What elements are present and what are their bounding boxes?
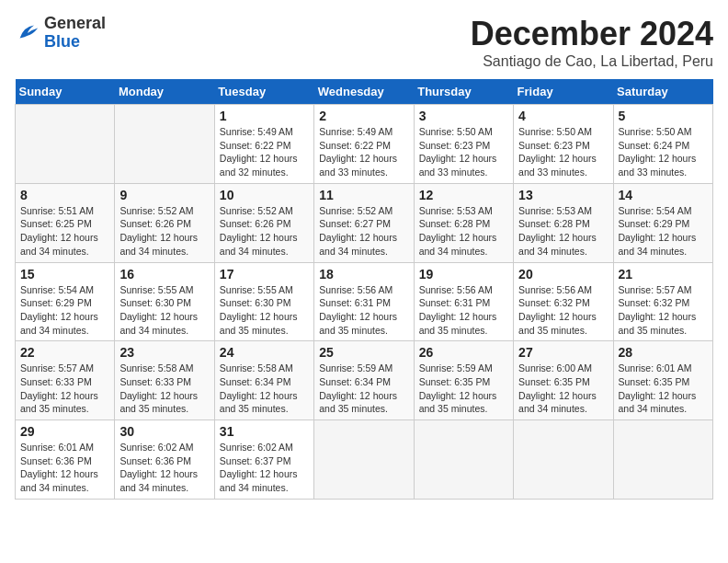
day-info: Sunrise: 5:50 AMSunset: 6:23 PMDaylight:…	[518, 126, 597, 178]
calendar-day-cell	[16, 105, 115, 184]
day-info: Sunrise: 6:02 AMSunset: 6:36 PMDaylight:…	[119, 442, 198, 493]
calendar-day-cell	[115, 105, 214, 184]
day-number: 16	[119, 267, 209, 282]
day-number: 18	[319, 267, 408, 282]
day-info: Sunrise: 5:49 AMSunset: 6:22 PMDaylight:…	[319, 126, 397, 178]
calendar-day-cell: 21 Sunrise: 5:57 AMSunset: 6:32 PMDaylig…	[613, 262, 712, 341]
day-number: 3	[419, 109, 508, 123]
day-number: 1	[220, 109, 309, 123]
calendar-week-row: 29 Sunrise: 6:01 AMSunset: 6:36 PMDaylig…	[16, 420, 713, 500]
calendar-day-cell: 29 Sunrise: 6:01 AMSunset: 6:36 PMDaylig…	[16, 420, 115, 500]
day-number: 2	[319, 109, 408, 123]
day-number: 25	[319, 345, 408, 360]
calendar-day-cell: 14 Sunrise: 5:54 AMSunset: 6:29 PMDaylig…	[613, 183, 712, 262]
calendar-day-cell: 13 Sunrise: 5:53 AMSunset: 6:28 PMDaylig…	[514, 183, 613, 262]
day-number: 11	[319, 188, 408, 202]
calendar-day-cell: 25 Sunrise: 5:59 AMSunset: 6:34 PMDaylig…	[314, 341, 414, 420]
day-info: Sunrise: 6:00 AMSunset: 6:35 PMDaylight:…	[518, 362, 597, 414]
day-info: Sunrise: 5:51 AMSunset: 6:25 PMDaylight:…	[20, 205, 98, 257]
calendar-day-cell: 26 Sunrise: 5:59 AMSunset: 6:35 PMDaylig…	[414, 341, 513, 420]
day-info: Sunrise: 5:58 AMSunset: 6:34 PMDaylight:…	[220, 362, 298, 414]
day-number: 23	[119, 345, 209, 360]
day-number: 21	[619, 267, 708, 282]
calendar-day-cell: 20 Sunrise: 5:56 AMSunset: 6:32 PMDaylig…	[514, 262, 613, 341]
day-info: Sunrise: 5:52 AMSunset: 6:26 PMDaylight:…	[220, 205, 298, 257]
day-info: Sunrise: 5:57 AMSunset: 6:33 PMDaylight:…	[20, 362, 98, 414]
day-number: 29	[20, 424, 109, 439]
day-number: 26	[419, 345, 508, 360]
logo: General Blue	[15, 15, 106, 52]
calendar-day-cell: 22 Sunrise: 5:57 AMSunset: 6:33 PMDaylig…	[16, 341, 115, 420]
day-info: Sunrise: 5:56 AMSunset: 6:32 PMDaylight:…	[518, 284, 597, 336]
day-number: 5	[619, 109, 708, 123]
calendar-day-cell: 28 Sunrise: 6:01 AMSunset: 6:35 PMDaylig…	[613, 341, 712, 420]
weekday-header: Tuesday	[214, 79, 313, 105]
day-info: Sunrise: 5:55 AMSunset: 6:30 PMDaylight:…	[119, 284, 198, 336]
weekday-header: Friday	[514, 79, 613, 105]
day-info: Sunrise: 5:56 AMSunset: 6:31 PMDaylight:…	[319, 284, 397, 336]
day-info: Sunrise: 5:56 AMSunset: 6:31 PMDaylight:…	[419, 284, 497, 336]
calendar-week-row: 15 Sunrise: 5:54 AMSunset: 6:29 PMDaylig…	[16, 262, 713, 341]
calendar-day-cell: 17 Sunrise: 5:55 AMSunset: 6:30 PMDaylig…	[214, 262, 313, 341]
calendar-day-cell: 9 Sunrise: 5:52 AMSunset: 6:26 PMDayligh…	[115, 183, 214, 262]
day-info: Sunrise: 5:53 AMSunset: 6:28 PMDaylight:…	[518, 205, 597, 257]
day-info: Sunrise: 5:50 AMSunset: 6:23 PMDaylight:…	[419, 126, 497, 178]
logo-blue: Blue	[44, 32, 80, 51]
day-info: Sunrise: 5:55 AMSunset: 6:30 PMDaylight:…	[220, 284, 298, 336]
logo-text: General Blue	[44, 15, 106, 52]
calendar-week-row: 8 Sunrise: 5:51 AMSunset: 6:25 PMDayligh…	[16, 183, 713, 262]
day-info: Sunrise: 6:02 AMSunset: 6:37 PMDaylight:…	[220, 442, 298, 493]
day-info: Sunrise: 5:52 AMSunset: 6:27 PMDaylight:…	[319, 205, 397, 257]
day-number: 22	[20, 345, 109, 360]
calendar-day-cell: 18 Sunrise: 5:56 AMSunset: 6:31 PMDaylig…	[314, 262, 414, 341]
logo-bird-icon	[15, 20, 40, 46]
day-number: 17	[220, 267, 309, 282]
day-number: 15	[20, 267, 109, 282]
day-info: Sunrise: 5:53 AMSunset: 6:28 PMDaylight:…	[419, 205, 497, 257]
calendar-day-cell: 12 Sunrise: 5:53 AMSunset: 6:28 PMDaylig…	[414, 183, 513, 262]
day-info: Sunrise: 5:52 AMSunset: 6:26 PMDaylight:…	[119, 205, 198, 257]
day-info: Sunrise: 6:01 AMSunset: 6:36 PMDaylight:…	[20, 442, 98, 493]
day-info: Sunrise: 5:54 AMSunset: 6:29 PMDaylight:…	[20, 284, 98, 336]
weekday-header: Sunday	[16, 79, 115, 105]
day-info: Sunrise: 5:59 AMSunset: 6:34 PMDaylight:…	[319, 362, 397, 414]
page-header: General Blue December 2024 Santiago de C…	[15, 15, 713, 70]
calendar-day-cell: 1 Sunrise: 5:49 AMSunset: 6:22 PMDayligh…	[214, 105, 313, 184]
day-number: 8	[20, 188, 109, 202]
day-info: Sunrise: 5:50 AMSunset: 6:24 PMDaylight:…	[619, 126, 697, 178]
calendar-day-cell: 30 Sunrise: 6:02 AMSunset: 6:36 PMDaylig…	[115, 420, 214, 500]
calendar-week-row: 1 Sunrise: 5:49 AMSunset: 6:22 PMDayligh…	[16, 105, 713, 184]
calendar-day-cell	[314, 420, 414, 500]
day-number: 24	[220, 345, 309, 360]
day-number: 13	[518, 188, 608, 202]
day-number: 19	[419, 267, 508, 282]
calendar-day-cell: 10 Sunrise: 5:52 AMSunset: 6:26 PMDaylig…	[214, 183, 313, 262]
calendar-day-cell: 5 Sunrise: 5:50 AMSunset: 6:24 PMDayligh…	[613, 105, 712, 184]
calendar-day-cell	[613, 420, 712, 500]
day-number: 28	[619, 345, 708, 360]
calendar-day-cell: 15 Sunrise: 5:54 AMSunset: 6:29 PMDaylig…	[16, 262, 115, 341]
calendar-day-cell: 23 Sunrise: 5:58 AMSunset: 6:33 PMDaylig…	[115, 341, 214, 420]
calendar-day-cell: 8 Sunrise: 5:51 AMSunset: 6:25 PMDayligh…	[16, 183, 115, 262]
day-info: Sunrise: 5:57 AMSunset: 6:32 PMDaylight:…	[619, 284, 697, 336]
weekday-header: Monday	[115, 79, 214, 105]
calendar-day-cell: 4 Sunrise: 5:50 AMSunset: 6:23 PMDayligh…	[514, 105, 613, 184]
logo-general: General	[44, 14, 106, 32]
calendar-day-cell: 3 Sunrise: 5:50 AMSunset: 6:23 PMDayligh…	[414, 105, 513, 184]
weekday-header-row: SundayMondayTuesdayWednesdayThursdayFrid…	[16, 79, 713, 105]
title-area: December 2024 Santiago de Cao, La Libert…	[471, 15, 713, 70]
calendar-day-cell: 2 Sunrise: 5:49 AMSunset: 6:22 PMDayligh…	[314, 105, 414, 184]
calendar-table: SundayMondayTuesdayWednesdayThursdayFrid…	[15, 79, 713, 500]
weekday-header: Thursday	[414, 79, 513, 105]
calendar-day-cell: 24 Sunrise: 5:58 AMSunset: 6:34 PMDaylig…	[214, 341, 313, 420]
day-number: 10	[220, 188, 309, 202]
weekday-header: Saturday	[613, 79, 712, 105]
day-number: 4	[518, 109, 608, 123]
calendar-day-cell: 31 Sunrise: 6:02 AMSunset: 6:37 PMDaylig…	[214, 420, 313, 500]
calendar-day-cell	[514, 420, 613, 500]
day-number: 14	[619, 188, 708, 202]
calendar-day-cell: 27 Sunrise: 6:00 AMSunset: 6:35 PMDaylig…	[514, 341, 613, 420]
day-number: 30	[119, 424, 209, 439]
day-number: 9	[119, 188, 209, 202]
day-info: Sunrise: 5:58 AMSunset: 6:33 PMDaylight:…	[119, 362, 198, 414]
